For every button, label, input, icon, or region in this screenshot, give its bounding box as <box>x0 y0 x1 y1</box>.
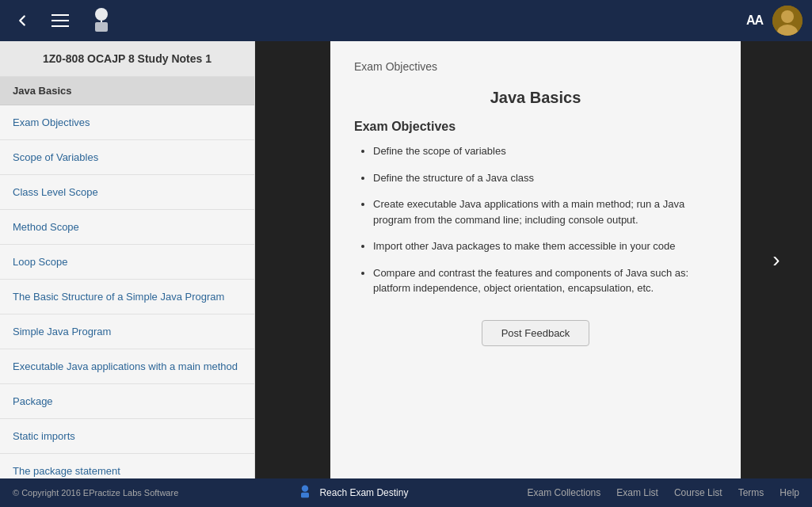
font-size-button[interactable]: AA <box>746 13 763 28</box>
content-black-left <box>255 41 330 478</box>
content-title: Java Basics <box>354 89 717 107</box>
list-item: Compare and contrast the features and co… <box>373 265 717 296</box>
list-item: Create executable Java applications with… <box>373 196 717 227</box>
footer-nav-course-list[interactable]: Course List <box>674 487 722 498</box>
footer-logo-text: Reach Exam Destiny <box>319 487 408 498</box>
header-right: AA <box>746 6 802 36</box>
sidebar-item-class-level-scope[interactable]: Class Level Scope <box>0 175 254 210</box>
footer-nav-terms[interactable]: Terms <box>738 487 764 498</box>
list-item: Define the structure of a Java class <box>373 170 717 186</box>
svg-point-4 <box>781 10 794 23</box>
sidebar-item-basic-structure[interactable]: The Basic Structure of a Simple Java Pro… <box>0 280 254 314</box>
avatar <box>772 6 802 36</box>
top-header: AA <box>0 0 812 41</box>
footer-nav-exam-collections[interactable]: Exam Collections <box>528 487 601 498</box>
sidebar-item-method-scope[interactable]: Method Scope <box>0 210 254 245</box>
footer: © Copyright 2016 EPractize Labs Software… <box>0 478 812 507</box>
content-main: Exam Objectives Java Basics Exam Objecti… <box>330 41 741 478</box>
content-wrapper: Exam Objectives Java Basics Exam Objecti… <box>255 41 812 478</box>
sidebar-item-exam-objectives[interactable]: Exam Objectives <box>0 105 254 140</box>
footer-logo-icon <box>297 483 313 503</box>
footer-logo: Reach Exam Destiny <box>297 483 408 503</box>
list-item: Define the scope of variables <box>373 143 717 159</box>
content-list: Define the scope of variables Define the… <box>354 143 717 296</box>
header-left <box>10 5 117 36</box>
sidebar-item-simple-java-program[interactable]: Simple Java Program <box>0 314 254 349</box>
breadcrumb: Exam Objectives <box>354 60 717 73</box>
svg-rect-7 <box>301 492 309 497</box>
sidebar-item-package-statement-1[interactable]: The package statement <box>0 454 254 478</box>
sidebar-item-package[interactable]: Package <box>0 384 254 419</box>
footer-copyright: © Copyright 2016 EPractize Labs Software <box>13 488 178 497</box>
footer-nav: Exam Collections Exam List Course List T… <box>528 487 799 498</box>
content-black-right: › <box>741 41 812 478</box>
menu-button[interactable] <box>48 8 73 33</box>
sidebar-item-loop-scope[interactable]: Loop Scope <box>0 245 254 280</box>
footer-nav-help[interactable]: Help <box>780 487 799 498</box>
sidebar: 1Z0-808 OCAJP 8 Study Notes 1 Java Basic… <box>0 41 255 478</box>
svg-point-0 <box>95 8 108 21</box>
logo-icon <box>86 5 117 36</box>
list-item: Import other Java packages to make them … <box>373 238 717 254</box>
svg-point-6 <box>302 485 308 491</box>
post-feedback-button[interactable]: Post Feedback <box>482 320 590 346</box>
main-area: 1Z0-808 OCAJP 8 Study Notes 1 Java Basic… <box>0 41 812 478</box>
back-button[interactable] <box>10 8 35 33</box>
footer-nav-exam-list[interactable]: Exam List <box>616 487 658 498</box>
svg-rect-1 <box>95 22 108 32</box>
sidebar-item-scope-of-variables[interactable]: Scope of Variables <box>0 140 254 175</box>
sidebar-section: Java Basics <box>0 77 254 105</box>
sidebar-item-executable-java[interactable]: Executable Java applications with a main… <box>0 349 254 384</box>
sidebar-title: 1Z0-808 OCAJP 8 Study Notes 1 <box>0 41 254 77</box>
next-button[interactable]: › <box>772 247 780 273</box>
sidebar-item-static-imports[interactable]: Static imports <box>0 419 254 454</box>
content-subtitle: Exam Objectives <box>354 120 717 134</box>
